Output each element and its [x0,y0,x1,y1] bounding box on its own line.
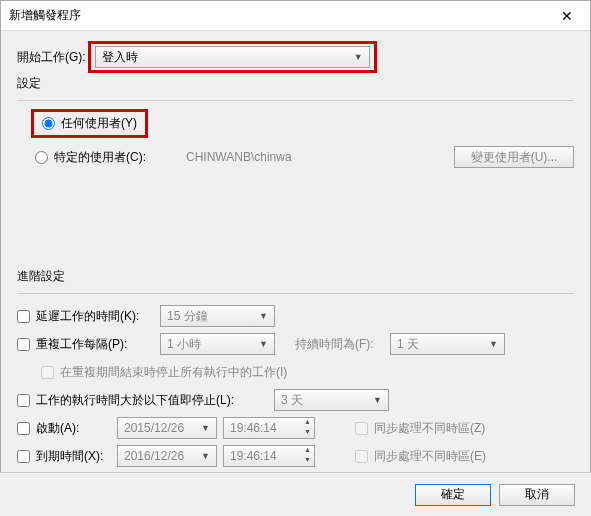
start-task-row: 開始工作(G): 登入時 ▼ [17,43,574,71]
username-text: CHINWANB\chinwa [186,150,454,164]
window-title: 新增觸發程序 [9,7,81,24]
delay-checkbox[interactable] [17,310,30,323]
stop-if-longer-dropdown[interactable]: 3 天 ▼ [274,389,389,411]
stop-on-repeat-end-label: 在重複期間結束時停止所有執行中的工作(I) [60,364,287,381]
separator-adv [17,293,574,294]
repeat-checkbox[interactable] [17,338,30,351]
repeat-dropdown[interactable]: 1 小時 ▼ [160,333,275,355]
expire-time-field[interactable]: 19:46:14 [223,445,301,467]
repeat-row: 重複工作每隔(P): 1 小時 ▼ 持續時間為(F): 1 天 ▼ [17,332,574,356]
repeat-value: 1 小時 [167,336,201,353]
settings-title: 設定 [17,75,574,92]
separator [17,100,574,101]
expire-date-dropdown[interactable]: 2016/12/26 ▼ [117,445,217,467]
chevron-down-icon: ▼ [354,52,363,62]
expire-sync-tz-checkbox [355,450,368,463]
any-user-label: 任何使用者(Y) [61,115,137,132]
duration-dropdown[interactable]: 1 天 ▼ [390,333,505,355]
start-task-label: 開始工作(G): [17,49,86,66]
cancel-button[interactable]: 取消 [499,484,575,506]
chevron-down-icon: ▼ [201,451,210,461]
any-user-highlight: 任何使用者(Y) [31,109,148,138]
expire-sync-tz-label: 同步處理不同時區(E) [374,448,486,465]
stop-on-repeat-end-row: 在重複期間結束時停止所有執行中的工作(I) [41,360,574,384]
start-task-dropdown[interactable]: 登入時 ▼ [95,46,370,68]
delay-label: 延遲工作的時間(K): [36,308,154,325]
start-task-value: 登入時 [102,49,138,66]
advanced-section: 進階設定 延遲工作的時間(K): 15 分鐘 ▼ 重複工作每隔(P): 1 小時… [17,268,574,500]
content: 開始工作(G): 登入時 ▼ 設定 任何使用者(Y) 特定的使用者(C): CH… [1,31,590,512]
titlebar: 新增觸發程序 ✕ [1,1,590,31]
specific-user-row: 特定的使用者(C): CHINWANB\chinwa 變更使用者(U)... [35,146,574,168]
expire-time-value: 19:46:14 [230,449,277,463]
start-task-highlight: 登入時 ▼ [88,41,377,73]
chevron-down-icon: ▼ [259,339,268,349]
repeat-label: 重複工作每隔(P): [36,336,154,353]
activate-checkbox[interactable] [17,422,30,435]
chevron-down-icon: ▼ [373,395,382,405]
stop-if-longer-label: 工作的執行時間大於以下值即停止(L): [36,392,268,409]
footer: 確定 取消 [0,472,591,516]
activate-sync-tz-checkbox [355,422,368,435]
activate-date-dropdown[interactable]: 2015/12/26 ▼ [117,417,217,439]
expire-date-value: 2016/12/26 [124,449,184,463]
stop-if-longer-value: 3 天 [281,392,303,409]
close-icon[interactable]: ✕ [552,8,582,24]
activate-label: 啟動(A): [36,420,111,437]
specific-user-label: 特定的使用者(C): [54,149,146,166]
delay-row: 延遲工作的時間(K): 15 分鐘 ▼ [17,304,574,328]
duration-value: 1 天 [397,336,419,353]
stop-on-repeat-end-checkbox [41,366,54,379]
advanced-title: 進階設定 [17,268,574,285]
activate-sync-tz-label: 同步處理不同時區(Z) [374,420,485,437]
stop-if-longer-row: 工作的執行時間大於以下值即停止(L): 3 天 ▼ [17,388,574,412]
specific-user-radio[interactable] [35,151,48,164]
activate-row: 啟動(A): 2015/12/26 ▼ 19:46:14 ▲▼ 同步處理不同時區… [17,416,574,440]
chevron-down-icon: ▼ [489,339,498,349]
any-user-radio[interactable] [42,117,55,130]
ok-button[interactable]: 確定 [415,484,491,506]
activate-date-value: 2015/12/26 [124,421,184,435]
expire-time-spinner[interactable]: ▲▼ [301,445,315,467]
chevron-down-icon: ▼ [259,311,268,321]
activate-time-value: 19:46:14 [230,421,277,435]
activate-time-field[interactable]: 19:46:14 [223,417,301,439]
duration-label: 持續時間為(F): [295,336,390,353]
expire-row: 到期時間(X): 2016/12/26 ▼ 19:46:14 ▲▼ 同步處理不同… [17,444,574,468]
change-user-button[interactable]: 變更使用者(U)... [454,146,574,168]
any-user-row: 任何使用者(Y) [35,111,574,136]
expire-checkbox[interactable] [17,450,30,463]
chevron-down-icon: ▼ [201,423,210,433]
delay-dropdown[interactable]: 15 分鐘 ▼ [160,305,275,327]
stop-if-longer-checkbox[interactable] [17,394,30,407]
delay-value: 15 分鐘 [167,308,208,325]
expire-label: 到期時間(X): [36,448,111,465]
activate-time-spinner[interactable]: ▲▼ [301,417,315,439]
